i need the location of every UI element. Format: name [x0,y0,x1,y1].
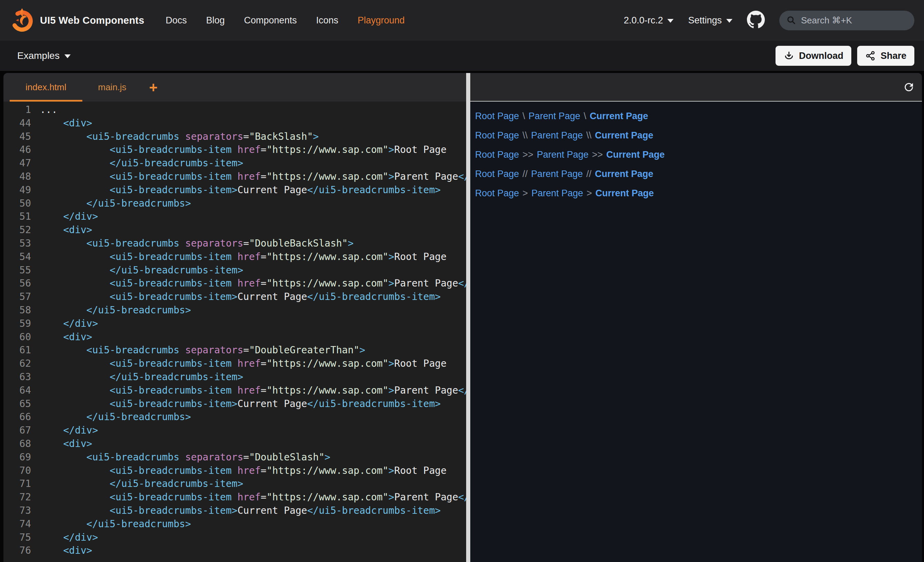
playground-page: UI5 Web Components DocsBlogComponentsIco… [0,0,924,562]
workspace: index.htmlmain.js+ 1...44 <div>45 <ui5-b… [3,73,922,562]
line-code: </div> [31,424,466,438]
nav-item-components[interactable]: Components [244,15,297,26]
line-number: 53 [3,237,31,250]
line-number: 48 [3,170,31,184]
line-number: 70 [3,464,31,478]
tab-main-js[interactable]: main.js [82,73,142,102]
search-input[interactable] [801,15,916,26]
line-number: 67 [3,424,31,438]
line-code: </ui5-breadcrumbs> [31,304,466,317]
breadcrumb-separator: >> [523,150,534,160]
toolbar-actions: Download Share [776,46,914,66]
add-tab-button[interactable]: + [144,73,163,102]
breadcrumb-row: Root Page>>Parent Page>>Current Page [475,145,922,164]
code-editor[interactable]: 1...44 <div>45 <ui5-breadcrumbs separato… [3,102,466,562]
nav-item-icons[interactable]: Icons [316,15,338,26]
share-icon [865,50,876,61]
pane-splitter-handle[interactable] [466,73,470,562]
line-code: </div> [31,317,466,331]
line-code: <ui5-breadcrumbs-item href="https://www.… [31,384,466,397]
breadcrumb-link[interactable]: Parent Page [531,130,583,141]
preview-content: Root Page\Parent Page\Current PageRoot P… [470,102,922,562]
line-code: <ui5-breadcrumbs-item>Current Page</ui5-… [31,397,466,411]
line-number: 71 [3,477,31,491]
line-code: <ui5-breadcrumbs separators="BackSlash"> [31,130,466,144]
line-number: 51 [3,210,31,223]
line-number: 1 [3,103,31,117]
refresh-button[interactable] [903,81,915,93]
tab-index-html[interactable]: index.html [10,73,82,102]
sub-toolbar: Examples Download [0,40,924,71]
breadcrumb-row: Root Page\\Parent Page\\Current Page [475,126,922,145]
code-line: 62 <ui5-breadcrumbs-item href="https://w… [3,357,466,370]
download-button[interactable]: Download [776,46,851,66]
breadcrumb-link[interactable]: Root Page [475,111,519,121]
line-code: <ui5-breadcrumbs-item>Current Page</ui5-… [31,504,466,518]
version-dropdown[interactable]: 2.0.0-rc.2 [624,15,674,26]
breadcrumb-row: Root Page>Parent Page>Current Page [475,184,922,203]
line-number: 61 [3,344,31,357]
github-icon [747,10,765,30]
brand-title: UI5 Web Components [40,15,144,26]
line-number: 55 [3,264,31,277]
line-code: </ui5-breadcrumbs-item> [31,157,466,170]
code-line: 1... [3,103,466,117]
share-button[interactable]: Share [857,46,914,66]
settings-dropdown[interactable]: Settings [688,15,732,26]
breadcrumb-link[interactable]: Parent Page [537,150,588,160]
line-code: <ui5-breadcrumbs-item href="https://www.… [31,491,466,504]
code-line: 52 <div> [3,223,466,237]
line-number: 60 [3,331,31,344]
breadcrumb-link[interactable]: Root Page [475,150,519,160]
examples-dropdown[interactable]: Examples [17,50,70,61]
code-line: 48 <ui5-breadcrumbs-item href="https://w… [3,170,466,184]
breadcrumb-link[interactable]: Parent Page [528,111,580,121]
line-code: <div> [31,117,466,130]
line-number: 62 [3,357,31,370]
line-number: 68 [3,438,31,451]
brand[interactable]: UI5 Web Components [10,7,144,33]
line-code: <ui5-breadcrumbs separators="DoubleGreat… [31,344,466,357]
line-code: </div> [31,531,466,544]
line-number: 50 [3,197,31,210]
breadcrumb-row: Root Page//Parent Page//Current Page [475,164,922,184]
github-link[interactable] [747,10,765,30]
line-number: 66 [3,411,31,424]
breadcrumb-link[interactable]: Parent Page [531,188,583,198]
line-code: <div> [31,544,466,558]
line-code: <ui5-breadcrumbs-item href="https://www.… [31,250,466,264]
line-number: 45 [3,130,31,144]
line-number: 58 [3,304,31,317]
line-number: 59 [3,317,31,331]
line-number: 76 [3,544,31,558]
nav-item-playground[interactable]: Playground [358,15,405,26]
line-number: 75 [3,531,31,544]
code-line: 74 </ui5-breadcrumbs> [3,518,466,531]
line-code: <div> [31,331,466,344]
code-line: 65 <ui5-breadcrumbs-item>Current Page</u… [3,397,466,411]
line-number: 64 [3,384,31,397]
line-number: 47 [3,157,31,170]
line-code: </ui5-breadcrumbs> [31,411,466,424]
line-code: <ui5-breadcrumbs-item href="https://www.… [31,277,466,290]
breadcrumb-link[interactable]: Root Page [475,188,519,198]
line-number: 65 [3,397,31,411]
code-line: 68 <div> [3,438,466,451]
refresh-icon [903,81,915,93]
code-line: 66 </ui5-breadcrumbs> [3,411,466,424]
code-line: 71 </ui5-breadcrumbs-item> [3,477,466,491]
code-line: 55 </ui5-breadcrumbs-item> [3,264,466,277]
breadcrumb-link[interactable]: Root Page [475,130,519,141]
code-line: 51 </div> [3,210,466,223]
breadcrumb-link[interactable]: Root Page [475,169,519,179]
nav-item-docs[interactable]: Docs [166,15,187,26]
download-icon [783,50,795,61]
breadcrumb-separator: > [523,188,528,198]
line-code: <ui5-breadcrumbs-item href="https://www.… [31,464,466,478]
breadcrumb-link[interactable]: Parent Page [531,169,583,179]
breadcrumb-separator: \ [584,111,586,121]
line-number: 46 [3,143,31,157]
line-number: 57 [3,290,31,304]
nav-item-blog[interactable]: Blog [206,15,225,26]
line-code: </ui5-breadcrumbs-item> [31,264,466,277]
